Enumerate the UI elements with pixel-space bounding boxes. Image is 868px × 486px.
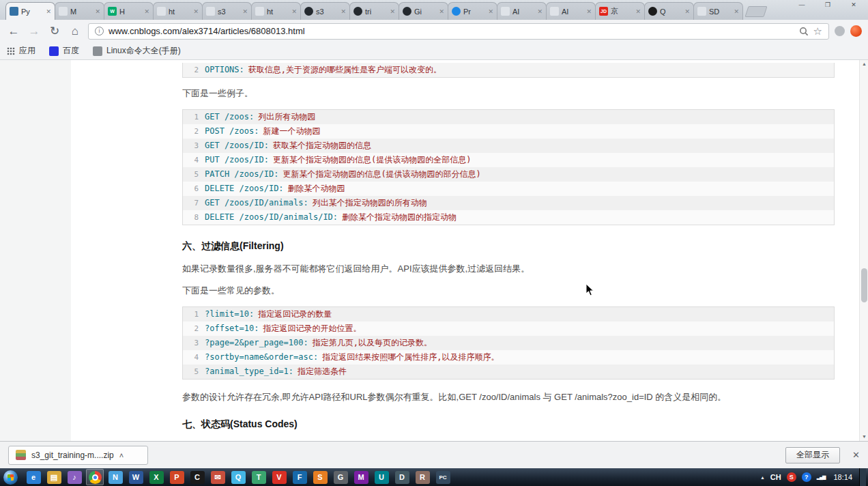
browser-tab[interactable]: AI ✕ (546, 2, 596, 20)
scroll-up-arrow[interactable]: ▲ (860, 60, 868, 68)
browser-tab[interactable]: AI ✕ (497, 2, 547, 20)
home-button[interactable]: ⌂ (68, 24, 83, 39)
taskbar-app[interactable]: P (168, 469, 186, 485)
tab-close-icon[interactable]: ✕ (144, 8, 149, 15)
taskbar-app[interactable]: ▤ (45, 469, 63, 485)
download-shelf-close-icon[interactable]: ✕ (852, 450, 860, 460)
bookmark-star-icon[interactable]: ☆ (813, 26, 822, 36)
line-number: 7 (183, 196, 205, 210)
maximize-button[interactable]: ❐ (820, 1, 835, 8)
forward-button[interactable]: → (27, 24, 42, 39)
page-info-icon[interactable]: i (95, 27, 104, 35)
paragraph: 如果记录数量很多,服务器不可能都将它们返回给用户。API应该提供参数,过滤返回结… (182, 262, 835, 276)
app-icon: G (334, 471, 348, 484)
show-all-downloads-button[interactable]: 全部显示 (785, 447, 840, 463)
qq-favicon (648, 7, 657, 16)
sogou-tray-icon[interactable]: S (787, 472, 796, 482)
new-tab-button[interactable] (744, 6, 767, 17)
code-text: ?offset=10: (205, 321, 263, 336)
browser-tab[interactable]: s3 ✕ (300, 2, 350, 20)
app-icon: T (252, 471, 266, 484)
scrollbar-thumb[interactable] (861, 268, 867, 302)
help-tray-icon[interactable]: ? (802, 472, 811, 482)
network-icon[interactable]: ▂▄▆ (817, 474, 826, 480)
article-body: 2 OPTIONS: 获取信息,关于资源的哪些属性是客户端可以改变的。 下面是一… (182, 60, 835, 441)
browser-tab[interactable]: s3 ✕ (202, 2, 252, 20)
tab-close-icon[interactable]: ✕ (46, 8, 51, 15)
page-content: 2 OPTIONS: 获取信息,关于资源的哪些属性是客户端可以改变的。 下面是一… (0, 60, 868, 441)
code-line-row: 1 GET /zoos: 列出所有动物园 (183, 110, 834, 124)
taskbar-app[interactable]: M (352, 469, 370, 485)
taskbar-app[interactable]: G (332, 469, 349, 485)
vertical-scrollbar[interactable]: ▲ ▼ (859, 60, 868, 441)
extension-icon[interactable] (835, 26, 845, 36)
browser-tab[interactable]: Pr ✕ (448, 2, 497, 20)
tray-expand-icon[interactable]: ▲ (760, 475, 765, 480)
taskbar-app[interactable]: U (373, 469, 390, 485)
back-button[interactable]: ← (6, 24, 21, 39)
taskbar-app[interactable]: D (393, 469, 411, 485)
code-comment: 指定返回记录的数量 (258, 307, 332, 321)
download-menu-chevron-icon[interactable]: ˄ (119, 451, 124, 459)
code-text: GET /zoos/ID: (205, 139, 273, 153)
taskbar-app[interactable]: X (147, 469, 165, 485)
browser-tab[interactable]: SD ✕ (693, 2, 743, 20)
tab-close-icon[interactable]: ✕ (341, 8, 346, 15)
taskbar-app[interactable]: C (188, 469, 206, 485)
tab-close-icon[interactable]: ✕ (390, 8, 395, 15)
taskbar-app[interactable]: F (291, 469, 308, 485)
refresh-button[interactable]: ↻ (47, 24, 62, 39)
taskbar-app[interactable]: Q (229, 469, 247, 485)
tab-close-icon[interactable]: ✕ (291, 8, 297, 15)
bookmark-item-linux[interactable]: Linux命令大全(手册) (93, 45, 181, 57)
tab-close-icon[interactable]: ✕ (242, 8, 248, 15)
browser-tab[interactable]: Gi ✕ (399, 2, 448, 20)
taskbar-app[interactable]: V (270, 469, 288, 485)
code-comment: 列出所有动物园 (258, 110, 315, 124)
browser-tab[interactable]: Py ✕ (5, 2, 55, 20)
taskbar-clock[interactable]: 18:14 (833, 473, 852, 481)
scroll-down-arrow[interactable]: ▼ (860, 433, 868, 441)
tab-close-icon[interactable]: ✕ (95, 8, 100, 15)
taskbar-app[interactable]: S (311, 469, 329, 485)
tab-close-icon[interactable]: ✕ (635, 8, 641, 15)
taskbar-app[interactable]: e (25, 469, 42, 485)
tab-close-icon[interactable]: ✕ (537, 8, 542, 15)
browser-tab[interactable]: tri ✕ (349, 2, 399, 20)
taskbar-app[interactable]: ♪ (66, 469, 83, 485)
tab-close-icon[interactable]: ✕ (193, 8, 199, 15)
taskbar-app[interactable]: ✉ (209, 469, 227, 485)
tab-close-icon[interactable]: ✕ (439, 8, 444, 15)
tab-close-icon[interactable]: ✕ (586, 8, 592, 15)
apps-shortcut[interactable]: 应用 (7, 45, 35, 57)
show-desktop-button[interactable] (859, 468, 866, 486)
navigation-bar: ← → ↻ ⌂ i www.cnblogs.com/alex3714/artic… (0, 20, 868, 42)
taskbar-app[interactable]: T (250, 469, 267, 485)
code-block-partial: 2 OPTIONS: 获取信息,关于资源的哪些属性是客户端可以改变的。 (182, 63, 835, 78)
bookmark-item-baidu[interactable]: 百度 (49, 45, 79, 57)
browser-tab[interactable]: M ✕ (55, 2, 104, 20)
tab-close-icon[interactable]: ✕ (734, 8, 739, 15)
tab-close-icon[interactable]: ✕ (684, 8, 690, 15)
taskbar-app-chrome[interactable] (86, 469, 104, 485)
browser-tab[interactable]: Q ✕ (644, 2, 694, 20)
browser-tab[interactable]: ht ✕ (153, 2, 203, 20)
window-close-button[interactable]: ✕ (846, 1, 861, 8)
extension-icon[interactable] (850, 25, 862, 37)
tab-close-icon[interactable]: ✕ (488, 8, 493, 15)
taskbar-app[interactable]: N (106, 469, 124, 485)
browser-tab[interactable]: W H ✕ (104, 2, 154, 20)
taskbar-app[interactable]: W (127, 469, 145, 485)
zoom-search-icon[interactable] (799, 27, 809, 36)
download-item[interactable]: s3_git_training-m....zip ˄ (8, 446, 148, 465)
taskbar-app[interactable]: R (414, 469, 431, 485)
tab-favicon (501, 7, 510, 16)
address-bar[interactable]: i www.cnblogs.com/alex3714/articles/6808… (88, 23, 829, 40)
taskbar-app[interactable]: PC (434, 469, 452, 485)
browser-tab[interactable]: JD 京 ✕ (595, 2, 645, 20)
browser-tab[interactable]: ht ✕ (251, 2, 301, 20)
baidu-favicon (49, 46, 59, 56)
language-indicator[interactable]: CH (770, 473, 781, 481)
minimize-button[interactable]: — (794, 1, 809, 8)
start-button[interactable] (3, 470, 18, 485)
